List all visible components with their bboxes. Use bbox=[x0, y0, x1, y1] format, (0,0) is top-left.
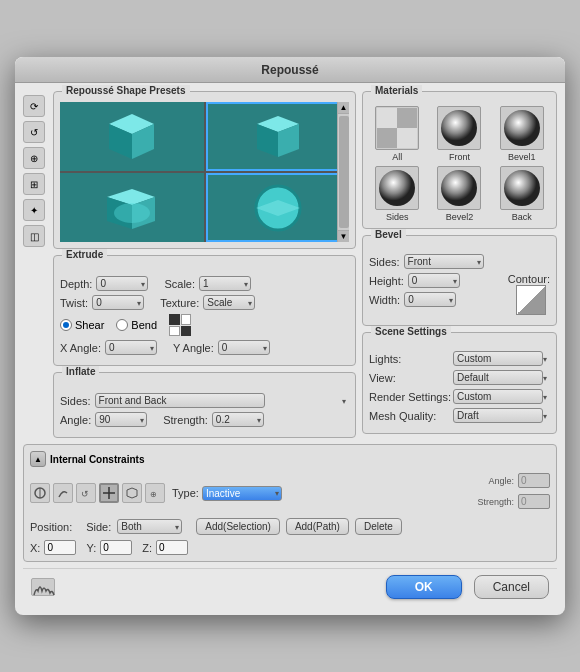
tool-select-icon[interactable]: ✦ bbox=[23, 199, 45, 221]
mesh-wrap[interactable]: Draft bbox=[453, 408, 550, 423]
tool-camera-icon[interactable]: ◫ bbox=[23, 225, 45, 247]
bevel-sides-wrap[interactable]: Front bbox=[404, 254, 484, 269]
inflate-angle-select[interactable]: 90 bbox=[95, 412, 147, 427]
bevel-height-label: Height: bbox=[369, 275, 404, 287]
mesh-label: Mesh Quality: bbox=[369, 410, 449, 422]
y-angle-select[interactable]: 0 bbox=[218, 340, 270, 355]
depth-select-wrap[interactable]: 0 bbox=[96, 276, 148, 291]
mesh-select[interactable]: Draft bbox=[453, 408, 543, 423]
tool-transform-icon[interactable]: ⊞ bbox=[23, 173, 45, 195]
side-select[interactable]: Both bbox=[117, 519, 182, 534]
inflate-strength-label: Strength: bbox=[163, 414, 208, 426]
material-bevel2[interactable]: Bevel2 bbox=[431, 166, 487, 222]
extrude-label: Extrude bbox=[62, 249, 107, 260]
scale-select[interactable]: 1 bbox=[199, 276, 251, 291]
dialog-footer: OK Cancel bbox=[23, 568, 557, 607]
ok-button[interactable]: OK bbox=[386, 575, 462, 599]
collapse-btn[interactable]: ▲ bbox=[30, 451, 46, 467]
ic-strength-input[interactable] bbox=[518, 494, 550, 509]
material-front[interactable]: Front bbox=[431, 106, 487, 162]
preset-cell-1[interactable] bbox=[60, 102, 204, 171]
inflate-strength-wrap[interactable]: 0.2 bbox=[212, 412, 264, 427]
bevel-height-wrap[interactable]: 0 bbox=[408, 273, 460, 288]
twist-select[interactable]: 0 bbox=[92, 295, 144, 310]
constraint-tool-4[interactable] bbox=[122, 483, 142, 503]
tool-arrow-icon[interactable]: ↺ bbox=[23, 121, 45, 143]
ic-angle-input[interactable] bbox=[518, 473, 550, 488]
constraint-tool-1[interactable] bbox=[30, 483, 50, 503]
inflate-sides-wrap[interactable]: Front and Back bbox=[95, 393, 349, 408]
side-select-wrap[interactable]: Both bbox=[117, 519, 182, 534]
depth-select[interactable]: 0 bbox=[96, 276, 148, 291]
scroll-up-btn[interactable]: ▲ bbox=[338, 102, 350, 114]
material-bevel2-thumb bbox=[437, 166, 481, 210]
svg-point-19 bbox=[504, 110, 540, 146]
cancel-button[interactable]: Cancel bbox=[474, 575, 549, 599]
scroll-down-btn[interactable]: ▼ bbox=[338, 230, 350, 242]
z-label: Z: bbox=[142, 542, 152, 554]
bend-radio[interactable]: Bend bbox=[116, 319, 157, 331]
material-back[interactable]: Back bbox=[494, 166, 550, 222]
type-select-wrap[interactable]: Inactive bbox=[202, 486, 282, 501]
twist-label: Twist: bbox=[60, 297, 88, 309]
shear-radio[interactable]: Shear bbox=[60, 319, 104, 331]
inflate-angle-wrap[interactable]: 90 bbox=[95, 412, 147, 427]
material-bevel2-label: Bevel2 bbox=[446, 212, 474, 222]
twist-select-wrap[interactable]: 0 bbox=[92, 295, 144, 310]
texture-select-wrap[interactable]: Scale bbox=[203, 295, 255, 310]
constraint-tools: ↺ ⊕ bbox=[30, 473, 550, 513]
svg-point-22 bbox=[504, 170, 540, 206]
bevel-section: Bevel Sides: Front bbox=[362, 235, 557, 326]
lights-wrap[interactable]: Custom bbox=[453, 351, 550, 366]
shear-label: Shear bbox=[75, 319, 104, 331]
type-select[interactable]: Inactive bbox=[202, 486, 282, 501]
internal-constraints-section: ▲ Internal Constraints ↺ bbox=[23, 444, 557, 562]
view-select[interactable]: Default bbox=[453, 370, 543, 385]
material-back-thumb bbox=[500, 166, 544, 210]
preset-cell-4[interactable] bbox=[206, 173, 350, 242]
material-bevel1[interactable]: Bevel1 bbox=[494, 106, 550, 162]
preset-cell-3[interactable] bbox=[60, 173, 204, 242]
render-select[interactable]: Custom bbox=[453, 389, 543, 404]
y-input[interactable] bbox=[100, 540, 132, 555]
inflate-strength-select[interactable]: 0.2 bbox=[212, 412, 264, 427]
inflate-angle-label: Angle: bbox=[60, 414, 91, 426]
inflate-sides-select[interactable]: Front and Back bbox=[95, 393, 265, 408]
bend-label: Bend bbox=[131, 319, 157, 331]
material-sides-label: Sides bbox=[386, 212, 409, 222]
scroll-thumb[interactable] bbox=[339, 116, 349, 228]
add-path-btn[interactable]: Add(Path) bbox=[286, 518, 349, 535]
tool-move-icon[interactable]: ⊕ bbox=[23, 147, 45, 169]
pattern-icon bbox=[169, 314, 191, 336]
view-wrap[interactable]: Default bbox=[453, 370, 550, 385]
svg-text:⊕: ⊕ bbox=[150, 490, 157, 499]
bevel-sides-label: Sides: bbox=[369, 256, 400, 268]
bevel-height-select[interactable]: 0 bbox=[408, 273, 460, 288]
contour-preview[interactable] bbox=[516, 285, 546, 315]
y-angle-select-wrap[interactable]: 0 bbox=[218, 340, 270, 355]
x-angle-select-wrap[interactable]: 0 bbox=[105, 340, 157, 355]
material-sides[interactable]: Sides bbox=[369, 166, 425, 222]
bevel-sides-select[interactable]: Front bbox=[404, 254, 484, 269]
render-wrap[interactable]: Custom bbox=[453, 389, 550, 404]
bevel-width-wrap[interactable]: 0 bbox=[404, 292, 456, 307]
delete-btn[interactable]: Delete bbox=[355, 518, 402, 535]
constraint-tool-3[interactable]: ↺ bbox=[76, 483, 96, 503]
constraint-tool-5[interactable]: ⊕ bbox=[145, 483, 165, 503]
lights-select[interactable]: Custom bbox=[453, 351, 543, 366]
constraint-tool-crosshair[interactable] bbox=[99, 483, 119, 503]
x-input[interactable] bbox=[44, 540, 76, 555]
scale-select-wrap[interactable]: 1 bbox=[199, 276, 251, 291]
inflate-sides-label: Sides: bbox=[60, 395, 91, 407]
preset-cell-2[interactable] bbox=[206, 102, 350, 171]
preset-scrollbar[interactable]: ▲ ▼ bbox=[337, 102, 349, 242]
add-selection-btn[interactable]: Add(Selection) bbox=[196, 518, 280, 535]
bevel-width-select[interactable]: 0 bbox=[404, 292, 456, 307]
constraint-tool-2[interactable] bbox=[53, 483, 73, 503]
materials-label: Materials bbox=[371, 85, 422, 96]
z-input[interactable] bbox=[156, 540, 188, 555]
texture-select[interactable]: Scale bbox=[203, 295, 255, 310]
x-angle-select[interactable]: 0 bbox=[105, 340, 157, 355]
material-all[interactable]: All bbox=[369, 106, 425, 162]
tool-rotate-icon[interactable]: ⟳ bbox=[23, 95, 45, 117]
